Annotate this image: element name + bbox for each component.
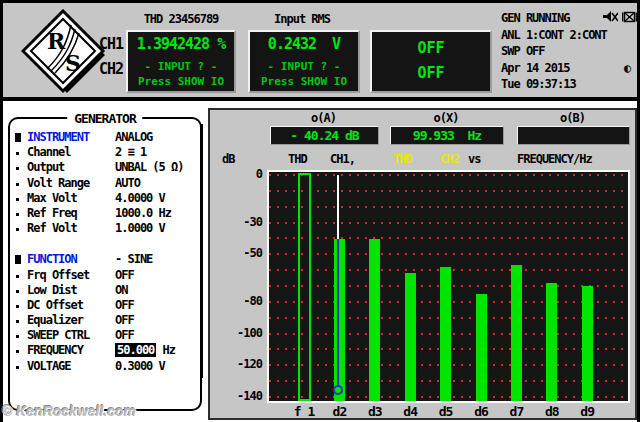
menu-item-label: Channel bbox=[27, 145, 71, 160]
menu-item-value: 4.0000 V bbox=[115, 191, 165, 206]
menu-item-label: Equalizer bbox=[27, 313, 83, 328]
x-tick-label: f 1 bbox=[284, 404, 324, 419]
menu-item-value: OFF bbox=[115, 268, 134, 283]
item-bullet-icon bbox=[16, 228, 19, 231]
display1-title: THD 23456789 bbox=[123, 12, 239, 26]
menu-item-value: - SINE bbox=[115, 252, 152, 267]
anl-status: ANL 1:CONT 2:CONT bbox=[501, 28, 607, 42]
item-bullet-icon bbox=[16, 335, 19, 338]
bar-d6 bbox=[476, 294, 487, 401]
generator-menu-item-output[interactable]: OutputUNBAL (5 Ω) bbox=[12, 160, 198, 175]
ch2-label: CH2 bbox=[99, 60, 123, 78]
generator-menu-item-dc-offset[interactable]: DC OffsetOFF bbox=[12, 298, 198, 313]
menu-item-label: FREQUENCY bbox=[27, 343, 83, 358]
bar-f1 bbox=[298, 173, 311, 401]
x-tick-label: d4 bbox=[390, 404, 430, 419]
item-bullet-icon bbox=[16, 152, 19, 155]
generator-menu-item-volt-range[interactable]: Volt RangeAUTO bbox=[12, 176, 198, 191]
cursor-b-label: o(B) bbox=[517, 111, 628, 125]
external-keyboard-icon bbox=[622, 11, 637, 23]
gridline bbox=[269, 237, 628, 239]
muted-speaker-icon bbox=[603, 11, 618, 23]
section-bullet-icon bbox=[15, 255, 21, 264]
header-bar: R S CH1 CH2 THD 23456789 1.3942428 % - I… bbox=[3, 3, 637, 97]
generator-menu-item-frq-offset[interactable]: Frq OffsetOFF bbox=[12, 268, 198, 283]
input-rms-display: 0.2432 V - INPUT ? - Press SHOW IO bbox=[248, 30, 360, 93]
generator-menu-item-instrument[interactable]: INSTRUMENTANALOG bbox=[12, 130, 198, 145]
gridline bbox=[269, 222, 628, 224]
x-tick-label: d5 bbox=[426, 404, 466, 419]
item-bullet-icon bbox=[16, 366, 19, 369]
item-bullet-icon bbox=[16, 198, 19, 201]
display2-title: Input RMS bbox=[248, 12, 356, 26]
cursor-a-display: - 40.24 dB bbox=[270, 126, 379, 145]
plot-area bbox=[267, 170, 630, 403]
legend-item: THD bbox=[288, 152, 307, 166]
edited-value-field[interactable]: 50.000 bbox=[115, 343, 156, 357]
x-tick-label: d7 bbox=[496, 404, 536, 419]
gridline bbox=[269, 206, 628, 208]
bar-d9 bbox=[582, 286, 593, 401]
generator-rows: INSTRUMENTANALOGChannel2 ≡ 1OutputUNBAL … bbox=[12, 130, 198, 374]
y-tick-label: -50 bbox=[216, 246, 262, 260]
menu-item-value: ANALOG bbox=[115, 130, 152, 145]
x-tick-label: d2 bbox=[319, 404, 359, 419]
menu-item-label: FUNCTION bbox=[27, 252, 77, 267]
cursor-line-blue bbox=[337, 239, 339, 386]
menu-item-value[interactable]: 50.000 Hz bbox=[115, 343, 175, 358]
menu-item-value: ON bbox=[115, 283, 127, 298]
menu-item-label: Frq Offset bbox=[27, 268, 89, 283]
cursor-a-value: - 40.24 dB bbox=[271, 128, 378, 143]
item-bullet-icon bbox=[16, 167, 19, 170]
y-axis-unit: dB bbox=[222, 152, 234, 166]
menu-item-value: 0.3000 V bbox=[115, 359, 165, 374]
menu-item-label: Ref Freq bbox=[27, 206, 77, 221]
generator-panel: GENERATOR INSTRUMENTANALOGChannel2 ≡ 1Ou… bbox=[8, 117, 202, 411]
x-tick-label: d3 bbox=[355, 404, 395, 419]
y-tick-label: 0 bbox=[216, 167, 262, 181]
legend-item: CH1, bbox=[330, 152, 355, 166]
bar-d7 bbox=[511, 265, 522, 401]
generator-menu-item-voltage[interactable]: VOLTAGE0.3000 V bbox=[12, 359, 198, 374]
thd-input-hint: - INPUT ? - bbox=[128, 60, 234, 73]
menu-item-label: Max Volt bbox=[27, 191, 77, 206]
item-bullet-icon bbox=[16, 305, 19, 308]
aux-off-1: OFF bbox=[372, 39, 490, 57]
menu-item-label: Low Dist bbox=[27, 283, 77, 298]
rms-input-hint: - INPUT ? - bbox=[250, 60, 358, 73]
generator-menu-item-ref-freq[interactable]: Ref Freq1000.0 Hz bbox=[12, 206, 198, 221]
bar-d2 bbox=[334, 239, 345, 401]
ch1-label: CH1 bbox=[99, 35, 123, 53]
menu-item-label: Volt Range bbox=[27, 176, 89, 191]
menu-item-value: 2 ≡ 1 bbox=[115, 145, 146, 160]
section-bullet-icon bbox=[15, 133, 21, 142]
menu-item-value: OFF bbox=[115, 298, 134, 313]
generator-menu-item-equalizer[interactable]: EqualizerOFF bbox=[12, 313, 198, 328]
item-bullet-icon bbox=[16, 290, 19, 293]
generator-menu-item-ref-volt[interactable]: Ref Volt1.0000 V bbox=[12, 221, 198, 236]
x-tick-label: d8 bbox=[532, 404, 572, 419]
generator-menu-item-max-volt[interactable]: Max Volt4.0000 V bbox=[12, 191, 198, 206]
x-tick-label: d9 bbox=[567, 404, 607, 419]
cursor-b-display bbox=[517, 126, 630, 145]
gridline bbox=[269, 174, 628, 176]
item-bullet-icon bbox=[16, 183, 19, 186]
bar-d5 bbox=[440, 267, 451, 401]
menu-item-label: Ref Volt bbox=[27, 221, 77, 236]
cursor-line-white bbox=[337, 175, 339, 239]
y-tick-label: -30 bbox=[216, 215, 262, 229]
generator-menu-item-function[interactable]: FUNCTION- SINE bbox=[12, 252, 198, 267]
generator-menu-item-sweep-ctrl[interactable]: SWEEP CTRLOFF bbox=[12, 328, 198, 343]
gridline bbox=[269, 253, 628, 255]
generator-menu-item-channel[interactable]: Channel2 ≡ 1 bbox=[12, 145, 198, 160]
rohde-schwarz-logo: R S bbox=[21, 9, 109, 95]
legend-item: CH2 bbox=[440, 152, 459, 166]
generator-menu-item-low-dist[interactable]: Low DistON bbox=[12, 283, 198, 298]
item-bullet-icon bbox=[16, 320, 19, 323]
bar-d8 bbox=[546, 283, 557, 401]
menu-item-value: AUTO bbox=[115, 176, 140, 191]
y-tick-label: -100 bbox=[216, 326, 262, 340]
watermark: © KenRockwell.com bbox=[2, 403, 136, 419]
bar-d4 bbox=[405, 273, 416, 401]
generator-menu-item-frequency[interactable]: FREQUENCY50.000 Hz bbox=[12, 343, 198, 358]
